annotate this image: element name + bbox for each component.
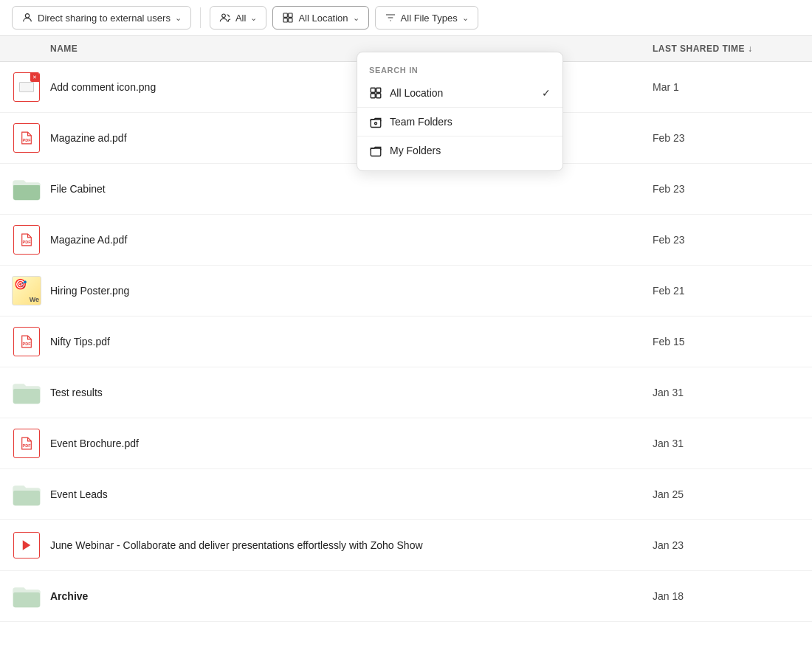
- my-folders-icon: [369, 144, 382, 157]
- file-date: Feb 23: [653, 132, 800, 144]
- svg-rect-2: [283, 13, 287, 17]
- svg-rect-16: [376, 88, 381, 92]
- all-filter-label: All: [235, 13, 246, 24]
- file-icon: PDF: [12, 225, 41, 255]
- all-location-label: All Location: [390, 87, 534, 99]
- svg-text:PDF: PDF: [23, 443, 32, 448]
- svg-text:PDF: PDF: [23, 138, 32, 142]
- svg-rect-14: [13, 592, 40, 607]
- svg-rect-7: [13, 185, 40, 200]
- file-icon: PDF: [12, 123, 41, 153]
- file-icon: 🎯 We: [12, 276, 41, 305]
- sharing-filter-label: Direct sharing to external users: [38, 13, 171, 24]
- filter-icon: [385, 12, 396, 24]
- svg-marker-13: [23, 540, 31, 550]
- users-icon: [219, 12, 231, 24]
- location-filter-button[interactable]: All Location ⌄: [272, 6, 368, 30]
- file-date: Jan 25: [653, 488, 800, 500]
- toolbar-divider: [200, 7, 201, 28]
- user-icon: [21, 12, 33, 24]
- table-row[interactable]: 🎯 We Hiring Poster.png Feb 21: [0, 266, 812, 317]
- chevron-down-icon4: ⌄: [462, 13, 469, 23]
- svg-rect-10: [13, 389, 40, 404]
- location-filter-label: All Location: [298, 13, 348, 24]
- file-date: Mar 1: [653, 81, 800, 93]
- file-name: Magazine Ad.pdf: [50, 234, 653, 246]
- svg-rect-5: [289, 18, 292, 22]
- dropdown-search-label: SEARCH IN: [357, 58, 562, 79]
- file-name: Nifty Tips.pdf: [50, 336, 653, 347]
- svg-rect-4: [283, 18, 287, 22]
- team-folders-icon: [369, 115, 382, 128]
- svg-rect-18: [376, 94, 381, 98]
- file-name: File Cabinet: [50, 183, 653, 195]
- table-row[interactable]: File Cabinet Feb 23: [0, 164, 812, 215]
- folder-icon: [12, 581, 41, 611]
- file-date: Jan 31: [653, 438, 800, 449]
- file-name: Archive: [50, 590, 653, 602]
- sharing-filter-button[interactable]: Direct sharing to external users ⌄: [12, 6, 191, 30]
- svg-rect-15: [371, 88, 375, 92]
- file-date: Feb 15: [653, 336, 800, 347]
- location-dropdown: SEARCH IN All Location ✓ Team Folders My…: [357, 52, 563, 171]
- table-row[interactable]: PDF Magazine Ad.pdf Feb 23: [0, 215, 812, 266]
- svg-text:PDF: PDF: [23, 240, 32, 244]
- presentation-icon: [20, 539, 33, 552]
- svg-rect-21: [371, 148, 381, 156]
- file-name: Test results: [50, 387, 653, 398]
- column-date-header[interactable]: LAST SHARED TIME ↓: [653, 44, 800, 54]
- table-row[interactable]: June Webinar - Collaborate and deliver p…: [0, 520, 812, 571]
- svg-rect-3: [289, 13, 292, 17]
- table-row[interactable]: Event Leads Jan 25: [0, 469, 812, 520]
- file-name: Event Leads: [50, 488, 653, 500]
- svg-point-20: [375, 122, 377, 125]
- toolbar: Direct sharing to external users ⌄ All ⌄…: [0, 0, 812, 36]
- file-date: Feb 23: [653, 234, 800, 246]
- folder-icon: [12, 174, 41, 204]
- file-icon: PDF: [12, 327, 41, 356]
- table-row[interactable]: PDF Nifty Tips.pdf Feb 15: [0, 317, 812, 367]
- svg-rect-17: [371, 94, 375, 98]
- file-name: Hiring Poster.png: [50, 285, 653, 297]
- file-date: Jan 18: [653, 590, 800, 602]
- svg-text:PDF: PDF: [23, 342, 32, 346]
- dropdown-item-team-folders[interactable]: Team Folders: [357, 108, 562, 136]
- file-name: Event Brochure.pdf: [50, 438, 653, 449]
- svg-rect-12: [13, 491, 40, 505]
- file-name: June Webinar - Collaborate and deliver p…: [50, 539, 653, 551]
- svg-point-1: [222, 14, 226, 18]
- svg-point-0: [25, 14, 29, 18]
- file-type-filter-label: All File Types: [401, 13, 458, 24]
- all-filter-button[interactable]: All ⌄: [210, 6, 266, 30]
- pdf-icon-svg: PDF: [19, 130, 34, 146]
- file-icon: PDF: [12, 429, 41, 458]
- table-row[interactable]: Test results Jan 31: [0, 367, 812, 418]
- file-icon: [12, 530, 41, 560]
- file-date: Jan 31: [653, 387, 800, 398]
- file-type-filter-button[interactable]: All File Types ⌄: [375, 6, 478, 30]
- file-date: Feb 21: [653, 285, 800, 297]
- file-date: Jan 23: [653, 539, 800, 551]
- folder-icon: [12, 378, 41, 407]
- checkmark-icon: ✓: [542, 87, 551, 99]
- file-date: Feb 23: [653, 183, 800, 195]
- svg-rect-19: [371, 120, 381, 128]
- dropdown-item-my-folders[interactable]: My Folders: [357, 136, 562, 165]
- folder-icon: [12, 480, 41, 509]
- table-row[interactable]: Archive Jan 18: [0, 571, 812, 622]
- team-folders-label: Team Folders: [390, 116, 551, 128]
- all-location-icon: [369, 86, 382, 100]
- chevron-down-icon3: ⌄: [353, 13, 359, 23]
- my-folders-label: My Folders: [390, 145, 551, 156]
- chevron-down-icon: ⌄: [175, 13, 182, 23]
- file-icon: ✕: [12, 72, 41, 102]
- dropdown-item-all-location[interactable]: All Location ✓: [357, 79, 562, 107]
- location-icon: [282, 12, 294, 24]
- chevron-down-icon2: ⌄: [250, 13, 257, 23]
- table-row[interactable]: PDF Event Brochure.pdf Jan 31: [0, 418, 812, 469]
